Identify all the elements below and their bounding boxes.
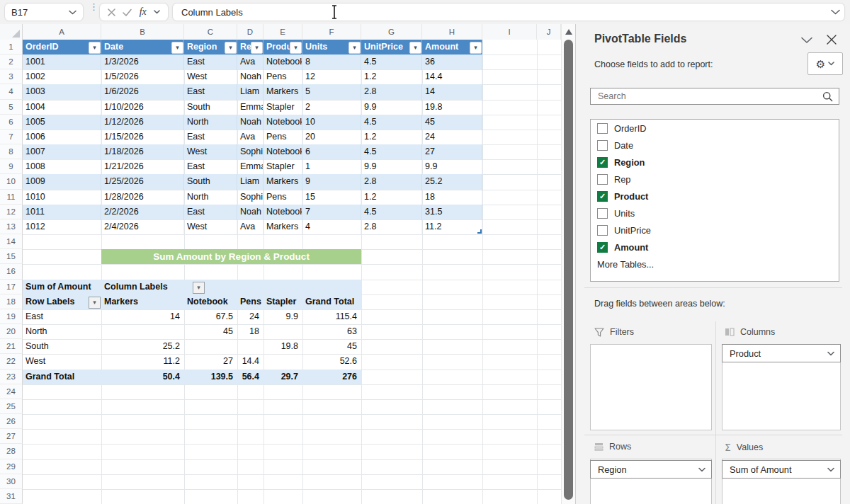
field-item-product[interactable]: ✓Product [591,188,839,205]
table-cell[interactable]: Markers [264,219,302,234]
pivot-value[interactable]: 45 [302,339,361,354]
pivot-value[interactable]: 67.5 [184,309,237,324]
table-cell[interactable]: 1007 [23,144,101,159]
row-header-6[interactable]: 6 [0,115,23,130]
pivot-value[interactable]: 52.6 [302,354,361,369]
table-cell[interactable]: 1/15/2026 [101,130,184,144]
checked-checkbox-icon[interactable]: ✓ [597,242,608,253]
filter-dropdown-icon[interactable]: ▾ [225,42,237,54]
row-header-23[interactable]: 23 [0,370,23,384]
pivot-value[interactable]: 24 [237,309,264,324]
row-header-21[interactable]: 21 [0,339,23,354]
table-cell[interactable]: 1/3/2026 [101,55,184,69]
close-pane-icon[interactable] [827,35,837,45]
table-cell[interactable]: Stapler [264,159,302,174]
table-cell[interactable]: 1004 [23,100,101,115]
table-cell[interactable]: 1008 [23,159,101,174]
search-input[interactable] [596,91,822,102]
table-cell[interactable]: North [184,115,237,130]
table-cell[interactable]: 2.8 [361,84,422,99]
row-header-15[interactable]: 15 [0,249,23,264]
field-item-orderid[interactable]: OrderID [591,120,839,137]
pivot-col-header[interactable]: Notebook [184,294,237,309]
table-cell[interactable]: Notebook [264,205,302,219]
table-cell[interactable]: 2/2/2026 [101,205,184,219]
table-cell[interactable]: 2.8 [361,219,422,234]
filter-dropdown-icon[interactable]: ▾ [171,42,183,54]
pivot-value[interactable]: 45 [184,324,237,339]
pivot-grand-total-value[interactable]: 29.7 [264,370,302,384]
table-cell[interactable]: Liam [237,174,264,189]
table-cell[interactable]: Pens [264,190,302,205]
pivot-row-label[interactable]: North [23,324,101,339]
field-item-region[interactable]: ✓Region [591,154,839,171]
table-cell[interactable]: Sophia [237,190,264,205]
row-header-2[interactable]: 2 [0,55,23,69]
row-header-20[interactable]: 20 [0,324,23,339]
pivot-col-header[interactable]: Stapler [264,294,302,309]
table-cell[interactable]: 1011 [23,205,101,219]
row-header-5[interactable]: 5 [0,100,23,115]
pivot-row-label[interactable]: East [23,309,101,324]
row-header-28[interactable]: 28 [0,444,23,459]
table-cell[interactable]: East [184,130,237,144]
filter-dropdown-icon[interactable]: ▾ [89,42,101,54]
table-cell[interactable]: 1009 [23,174,101,189]
filter-dropdown-icon[interactable]: ▾ [470,42,482,54]
table-cell[interactable]: 2 [302,100,361,115]
table-cell[interactable]: Pens [264,69,302,84]
pivot-value[interactable]: 14.4 [237,354,264,369]
row-header-26[interactable]: 26 [0,414,23,429]
table-cell[interactable]: 18 [422,190,482,205]
row-header-7[interactable]: 7 [0,130,23,144]
table-cell[interactable]: Ava [237,219,264,234]
table-cell[interactable]: 1.2 [361,190,422,205]
table-cell[interactable]: 1/21/2026 [101,159,184,174]
table-cell[interactable]: 1010 [23,190,101,205]
table-cell[interactable]: 45 [422,115,482,130]
table-cell[interactable]: 25.2 [422,174,482,189]
table-cell[interactable]: 24 [422,130,482,144]
pivot-corner-label[interactable]: Sum of Amount [23,280,101,294]
scroll-up-arrow-icon[interactable] [565,29,572,35]
row-header-31[interactable]: 31 [0,489,23,504]
values-field-pill[interactable]: Sum of Amount [722,460,841,479]
table-cell[interactable]: 1003 [23,84,101,99]
table-cell[interactable]: Ava [237,130,264,144]
table-cell[interactable]: South [184,174,237,189]
unchecked-checkbox-icon[interactable] [597,123,608,134]
checked-checkbox-icon[interactable]: ✓ [597,191,608,202]
table-cell[interactable]: 1/10/2026 [101,100,184,115]
table-cell[interactable]: 1005 [23,115,101,130]
table-cell[interactable]: 5 [302,84,361,99]
select-all-corner[interactable] [0,24,23,40]
table-cell[interactable]: Noah [237,115,264,130]
table-cell[interactable]: Noah [237,205,264,219]
table-cell[interactable]: West [184,69,237,84]
pivot-value[interactable]: 63 [302,324,361,339]
row-header-16[interactable]: 16 [0,264,23,279]
table-cell[interactable]: 1001 [23,55,101,69]
fx-chevron-icon[interactable] [154,10,160,14]
column-header-D[interactable]: D [237,24,264,40]
column-header-A[interactable]: A [23,24,101,40]
table-cell[interactable]: 1/12/2026 [101,115,184,130]
table-cell[interactable]: 1 [302,159,361,174]
table-cell[interactable]: 36 [422,55,482,69]
table-cell[interactable]: 7 [302,205,361,219]
row-header-11[interactable]: 11 [0,190,23,205]
table-cell[interactable]: 14 [422,84,482,99]
row-header-8[interactable]: 8 [0,144,23,159]
pivot-value[interactable]: 18 [237,324,264,339]
pivot-grand-total-label[interactable]: Grand Total [23,370,101,384]
column-labels-dropdown-icon[interactable]: ▾ [193,282,205,294]
tools-gear-button[interactable]: ⚙ [808,52,843,75]
table-cell[interactable]: 19.8 [422,100,482,115]
row-header-22[interactable]: 22 [0,354,23,369]
table-cell[interactable]: Ava [237,55,264,69]
table-cell[interactable]: 10 [302,115,361,130]
filter-dropdown-icon[interactable]: ▾ [290,42,302,54]
collapse-pane-icon[interactable] [801,37,812,44]
filter-dropdown-icon[interactable]: ▾ [409,42,421,54]
table-cell[interactable]: East [184,159,237,174]
